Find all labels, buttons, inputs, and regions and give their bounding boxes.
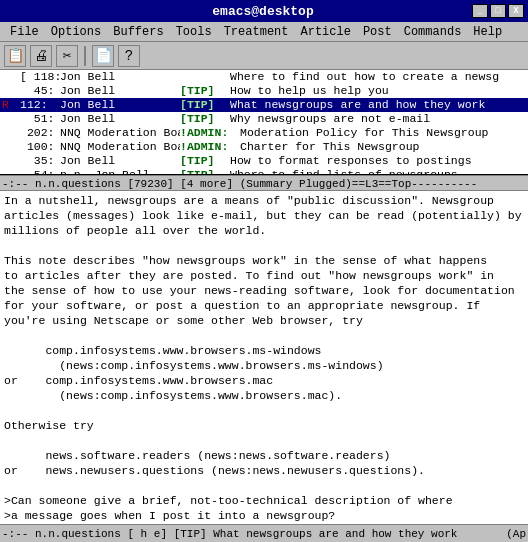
msg-subject: What newsgroups are and how they work bbox=[230, 98, 526, 112]
article-line bbox=[4, 403, 524, 418]
article-line: for your software, or post a question to… bbox=[4, 298, 524, 313]
toolbar-print-icon[interactable]: 🖨 bbox=[30, 45, 52, 67]
bottom-status-text: -:-- n.n.questions [ h e] [TIP] What new… bbox=[2, 528, 457, 540]
toolbar-separator bbox=[84, 46, 86, 66]
msg-subject: How to format responses to postings bbox=[230, 154, 526, 168]
article-line: articles (messages) look like e-mail, bu… bbox=[4, 208, 524, 223]
toolbar-doc-icon[interactable]: 📄 bbox=[92, 45, 114, 67]
msg-number: [ 118: bbox=[20, 70, 60, 84]
msg-flag bbox=[2, 140, 20, 154]
msg-flag bbox=[2, 154, 20, 168]
msg-author: NNQ Moderation Board bbox=[60, 126, 180, 140]
menu-article[interactable]: Article bbox=[294, 24, 356, 40]
msg-number: 202: bbox=[20, 126, 60, 140]
close-button[interactable]: X bbox=[508, 4, 524, 18]
article-line: or comp.infosystems.www.browsers.mac bbox=[4, 373, 524, 388]
msg-tip: !ADMIN: bbox=[180, 140, 240, 154]
msg-tip: [TIP] bbox=[180, 84, 230, 98]
content-area: [ 118: Jon Bell Where to find out how to… bbox=[0, 70, 528, 542]
msg-author: Jon Bell bbox=[60, 84, 180, 98]
menu-file[interactable]: File bbox=[4, 24, 45, 40]
article-line: (news:comp.infosystems.www.browsers.ms-w… bbox=[4, 358, 524, 373]
msg-author: Jon Bell bbox=[60, 98, 180, 112]
article-line: >Can someone give a brief, not-too-techn… bbox=[4, 493, 524, 508]
msg-number: 35: bbox=[20, 154, 60, 168]
title-bar-buttons: _ □ X bbox=[472, 4, 524, 18]
msg-flag bbox=[2, 168, 20, 175]
list-item[interactable]: 202: NNQ Moderation Board !ADMIN: Modera… bbox=[0, 126, 528, 140]
article-line: (news:comp.infosystems.www.browsers.mac)… bbox=[4, 388, 524, 403]
msg-number: 100: bbox=[20, 140, 60, 154]
article-content: In a nutshell, newsgroups are a means of… bbox=[0, 191, 528, 524]
menu-tools[interactable]: Tools bbox=[170, 24, 218, 40]
article-line bbox=[4, 238, 524, 253]
msg-flag bbox=[2, 126, 20, 140]
msg-flag bbox=[2, 112, 20, 126]
toolbar-paste-icon[interactable]: 📋 bbox=[4, 45, 26, 67]
msg-subject: Moderation Policy for This Newsgroup bbox=[240, 126, 526, 140]
msg-flag bbox=[2, 84, 20, 98]
toolbar: 📋 🖨 ✂ 📄 ? bbox=[0, 42, 528, 70]
article-line: Otherwise try bbox=[4, 418, 524, 433]
list-item[interactable]: 45: Jon Bell [TIP] How to help us help y… bbox=[0, 84, 528, 98]
msg-subject: Where to find lists of newsgroups bbox=[230, 168, 526, 175]
list-item[interactable]: [ 118: Jon Bell Where to find out how to… bbox=[0, 70, 528, 84]
minimize-button[interactable]: _ bbox=[472, 4, 488, 18]
menu-bar: File Options Buffers Tools Treatment Art… bbox=[0, 22, 528, 42]
msg-author: n.n. Jon Bell bbox=[60, 168, 180, 175]
msg-author: Jon Bell bbox=[60, 112, 180, 126]
msg-tip: [TIP] bbox=[180, 112, 230, 126]
title-bar: emacs@desktop _ □ X bbox=[0, 0, 528, 22]
status-line-text: -:-- n.n.questions [79230] [4 more] (Sum… bbox=[2, 178, 477, 190]
msg-author: Jon Bell bbox=[60, 154, 180, 168]
article-line: >a message goes when I post it into a ne… bbox=[4, 508, 524, 523]
menu-help[interactable]: Help bbox=[467, 24, 508, 40]
msg-number: 45: bbox=[20, 84, 60, 98]
menu-post[interactable]: Post bbox=[357, 24, 398, 40]
article-line: to articles after they are posted. To fi… bbox=[4, 268, 524, 283]
toolbar-cut-icon[interactable]: ✂ bbox=[56, 45, 78, 67]
article-line: you're using Netscape or some other Web … bbox=[4, 313, 524, 328]
msg-author: NNQ Moderation Board bbox=[60, 140, 180, 154]
menu-commands[interactable]: Commands bbox=[398, 24, 468, 40]
menu-buffers[interactable]: Buffers bbox=[107, 24, 169, 40]
article-line: In a nutshell, newsgroups are a means of… bbox=[4, 193, 524, 208]
article-line: or news.newusers.questions (news:news.ne… bbox=[4, 463, 524, 478]
article-line: news.software.readers (news:news.softwar… bbox=[4, 448, 524, 463]
msg-tip: !ADMIN: bbox=[180, 126, 240, 140]
article-line: millions of people all over the world. bbox=[4, 223, 524, 238]
article-line: comp.infosystems.www.browsers.ms-windows bbox=[4, 343, 524, 358]
article-line bbox=[4, 328, 524, 343]
maximize-button[interactable]: □ bbox=[490, 4, 506, 18]
menu-treatment[interactable]: Treatment bbox=[218, 24, 295, 40]
list-item[interactable]: R 112: Jon Bell [TIP] What newsgroups ar… bbox=[0, 98, 528, 112]
msg-tip: [TIP] bbox=[180, 98, 230, 112]
bottom-status-bar: -:-- n.n.questions [ h e] [TIP] What new… bbox=[0, 524, 528, 542]
article-line: This note describes "how newsgroups work… bbox=[4, 253, 524, 268]
article-line bbox=[4, 433, 524, 448]
title-bar-title: emacs@desktop bbox=[54, 4, 472, 19]
msg-subject: How to help us help you bbox=[230, 84, 526, 98]
msg-author: Jon Bell bbox=[60, 70, 180, 84]
list-item[interactable]: 54: n.n. Jon Bell [TIP] Where to find li… bbox=[0, 168, 528, 175]
msg-tip: [TIP] bbox=[180, 154, 230, 168]
msg-tip bbox=[180, 70, 230, 84]
toolbar-help-icon[interactable]: ? bbox=[118, 45, 140, 67]
msg-tip: [TIP] bbox=[180, 168, 230, 175]
msg-number: 51: bbox=[20, 112, 60, 126]
status-line-top: -:-- n.n.questions [79230] [4 more] (Sum… bbox=[0, 175, 528, 191]
bottom-status-right: (Ap bbox=[506, 528, 526, 540]
message-list[interactable]: [ 118: Jon Bell Where to find out how to… bbox=[0, 70, 528, 175]
article-line: the sense of how to use your news-readin… bbox=[4, 283, 524, 298]
msg-number: 54: bbox=[20, 168, 60, 175]
msg-flag: R bbox=[2, 98, 20, 112]
menu-options[interactable]: Options bbox=[45, 24, 107, 40]
msg-subject: Why newsgroups are not e-mail bbox=[230, 112, 526, 126]
msg-subject: Charter for This Newsgroup bbox=[240, 140, 526, 154]
list-item[interactable]: 51: Jon Bell [TIP] Why newsgroups are no… bbox=[0, 112, 528, 126]
msg-flag bbox=[2, 70, 20, 84]
article-line bbox=[4, 478, 524, 493]
list-item[interactable]: 35: Jon Bell [TIP] How to format respons… bbox=[0, 154, 528, 168]
msg-subject: Where to find out how to create a newsg bbox=[230, 70, 526, 84]
list-item[interactable]: 100: NNQ Moderation Board !ADMIN: Charte… bbox=[0, 140, 528, 154]
